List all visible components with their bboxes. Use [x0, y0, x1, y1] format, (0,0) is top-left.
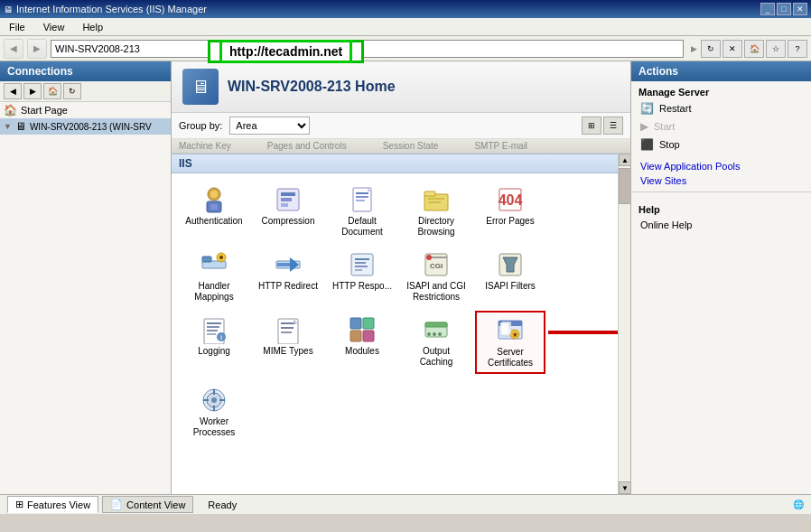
server-icon: 🖥	[15, 120, 26, 133]
sidebar-item-server[interactable]: ▼ 🖥 WIN-SRV2008-213 (WIN-SRV	[0, 118, 171, 135]
view-sites-link[interactable]: View Sites	[631, 173, 811, 188]
svg-rect-30	[355, 266, 368, 267]
svg-point-34	[426, 255, 432, 260]
feature-http-response[interactable]: HTTP Respo...	[327, 246, 397, 307]
stop-nav-button[interactable]: ✕	[722, 40, 742, 58]
feature-worker-processes[interactable]: Worker Processes	[179, 381, 249, 443]
status-right: 🌐	[793, 499, 804, 509]
sidebar-fwd-btn[interactable]: ▶	[23, 83, 42, 99]
svg-rect-3	[210, 204, 218, 210]
sidebar-toolbar: ◀ ▶ 🏠 ↻	[0, 81, 171, 102]
feature-http-redirect[interactable]: HTTP Redirect	[253, 246, 323, 307]
restart-icon: 🔄	[640, 102, 654, 115]
svg-point-58	[438, 332, 442, 336]
view-icons-btn[interactable]: ⊞	[582, 117, 601, 135]
svg-marker-25	[290, 257, 299, 272]
menu-bar: File View Help	[0, 18, 811, 36]
svg-rect-27	[351, 254, 373, 275]
svg-text:i: i	[220, 334, 222, 341]
feature-compression[interactable]: Compression	[253, 181, 323, 242]
feature-default-document[interactable]: Default Document	[327, 181, 397, 242]
sidebar-item-start-page[interactable]: 🏠 Start Page	[0, 102, 171, 118]
server-large-icon: 🖥	[182, 69, 219, 105]
sidebar-refresh-btn[interactable]: ↻	[63, 83, 81, 99]
online-help-button[interactable]: Online Help	[631, 217, 811, 233]
feature-output-caching[interactable]: Output Caching	[401, 311, 471, 374]
feature-mime-types[interactable]: MIME Types	[253, 311, 323, 374]
prev-col-3: Session State	[383, 141, 439, 151]
window-controls: _ □ ✕	[760, 3, 807, 15]
svg-rect-5	[281, 192, 295, 196]
address-action-buttons: ↻ ✕ 🏠 ☆ ?	[701, 40, 807, 58]
start-button[interactable]: ▶ Start	[631, 117, 811, 135]
scroll-up-button[interactable]: ▲	[619, 154, 630, 166]
view-app-pools-link[interactable]: View Application Pools	[631, 159, 811, 173]
default-document-icon	[348, 185, 377, 214]
home-button[interactable]: 🏠	[744, 40, 764, 58]
sidebar-back-btn[interactable]: ◀	[4, 83, 22, 99]
scroll-down-button[interactable]: ▼	[619, 481, 630, 494]
content-header: 🖥 WIN-SRV2008-213 Home	[172, 61, 630, 113]
maximize-button[interactable]: □	[777, 3, 791, 15]
groupby-select[interactable]: Area No Grouping	[229, 117, 310, 135]
feature-authentication[interactable]: Authentication	[179, 181, 249, 242]
vertical-scrollbar[interactable]: ▲ ▼	[618, 154, 630, 494]
svg-rect-26	[277, 263, 290, 266]
feature-isapi-cgi[interactable]: CGI ISAPI and CGI Restrictions	[401, 246, 471, 307]
features-grid: Authentication Compression	[172, 173, 618, 450]
svg-rect-28	[355, 258, 369, 260]
features-scroll: IIS Authentication	[172, 154, 618, 494]
content-toolbar: Group by: Area No Grouping ⊞ ☰	[172, 113, 630, 139]
svg-text:404: 404	[499, 192, 523, 208]
refresh-button[interactable]: ↻	[701, 40, 721, 58]
svg-rect-16	[428, 201, 441, 203]
forward-button[interactable]: ▶	[27, 39, 47, 59]
svg-rect-48	[281, 331, 292, 333]
svg-rect-7	[281, 203, 288, 207]
back-button[interactable]: ◀	[4, 39, 23, 59]
help-nav-button[interactable]: ?	[788, 40, 807, 58]
minimize-button[interactable]: _	[760, 3, 775, 15]
content-scroll-area: IIS Authentication	[172, 154, 630, 494]
scroll-thumb[interactable]	[619, 168, 630, 204]
svg-rect-11	[356, 200, 365, 201]
title-bar: 🖥 Internet Information Services (IIS) Ma…	[0, 0, 811, 18]
directory-browsing-label: Directory Browsing	[406, 216, 467, 238]
http-response-label: HTTP Respo...	[332, 281, 392, 292]
feature-modules[interactable]: Modules	[327, 311, 397, 374]
feature-directory-browsing[interactable]: Directory Browsing	[401, 181, 471, 242]
feature-server-certificates[interactable]: ★ Server Certificates	[475, 311, 545, 374]
feature-isapi-filters[interactable]: ISAPI Filters	[475, 246, 545, 307]
svg-rect-40	[207, 326, 219, 328]
sidebar: Connections ◀ ▶ 🏠 ↻ 🏠 Start Page ▼ 🖥 WIN…	[0, 61, 172, 494]
svg-rect-20	[202, 257, 211, 262]
menu-help[interactable]: Help	[77, 20, 108, 34]
stop-button[interactable]: ⬛ Stop	[631, 135, 811, 154]
feature-error-pages[interactable]: 404 Error Pages	[475, 181, 545, 242]
isapi-filters-icon	[496, 250, 525, 279]
svg-text:★: ★	[512, 331, 518, 338]
view-buttons: ⊞ ☰	[582, 117, 623, 135]
http-redirect-label: HTTP Redirect	[258, 281, 318, 292]
window-title: Internet Information Services (IIS) Mana…	[16, 4, 207, 14]
iis-section-header: IIS	[172, 154, 618, 173]
menu-view[interactable]: View	[38, 20, 70, 34]
view-list-btn[interactable]: ☰	[603, 117, 623, 135]
feature-logging[interactable]: i Logging	[179, 311, 249, 374]
feature-handler-mappings[interactable]: Handler Mappings	[179, 246, 249, 307]
tab-content-view[interactable]: 📄 Content View	[102, 496, 193, 513]
address-input[interactable]	[51, 40, 684, 58]
svg-rect-29	[355, 262, 366, 264]
menu-file[interactable]: File	[4, 20, 31, 34]
error-pages-icon: 404	[496, 185, 525, 214]
sidebar-home-btn[interactable]: 🏠	[43, 83, 61, 99]
output-caching-label: Output Caching	[406, 346, 467, 368]
fav-button[interactable]: ☆	[766, 40, 786, 58]
restart-button[interactable]: 🔄 Restart	[631, 99, 811, 117]
worker-processes-label: Worker Processes	[183, 416, 245, 438]
svg-point-57	[433, 332, 436, 336]
default-document-label: Default Document	[331, 216, 393, 238]
tab-features-view[interactable]: ⊞ Features View	[7, 496, 98, 513]
svg-rect-9	[356, 192, 368, 194]
close-button[interactable]: ✕	[793, 3, 807, 15]
